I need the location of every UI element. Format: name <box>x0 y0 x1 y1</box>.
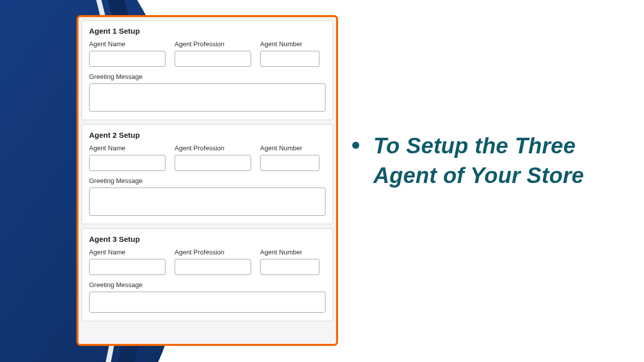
agent-2-name-label: Agent Name <box>89 144 166 152</box>
agent-3-title: Agent 3 Setup <box>89 235 326 243</box>
side-headline: To Setup the Three Agent of Your Store <box>352 131 639 191</box>
agent-3-number-input[interactable] <box>260 259 319 275</box>
side-bullet-text: To Setup the Three Agent of Your Store <box>352 131 639 191</box>
agent-3-name-label: Agent Name <box>89 248 166 256</box>
agent-1-profession-label: Agent Profession <box>175 40 251 48</box>
agent-2-profession-label: Agent Profession <box>175 144 251 152</box>
agent-2-number-input[interactable] <box>260 155 319 171</box>
agent-2-card: Agent 2 Setup Agent Name Agent Professio… <box>82 124 333 224</box>
agent-1-greeting-input[interactable] <box>89 83 326 112</box>
agent-1-name-input[interactable] <box>89 51 166 67</box>
agent-2-title: Agent 2 Setup <box>89 131 326 139</box>
agent-3-name-input[interactable] <box>89 259 166 275</box>
agent-2-number-label: Agent Number <box>260 144 319 152</box>
agent-3-greeting-label: Greeting Message <box>89 281 326 289</box>
agent-2-name-input[interactable] <box>89 155 166 171</box>
agent-1-number-label: Agent Number <box>260 40 319 48</box>
agent-3-greeting-input[interactable] <box>89 292 326 313</box>
agent-setup-panel: Agent 1 Setup Agent Name Agent Professio… <box>76 15 338 346</box>
agent-1-greeting-label: Greeting Message <box>89 73 326 80</box>
agent-2-greeting-label: Greeting Message <box>89 177 326 185</box>
agent-3-profession-label: Agent Profession <box>175 248 251 256</box>
agent-2-greeting-input[interactable] <box>89 188 326 216</box>
agent-2-profession-input[interactable] <box>175 155 251 171</box>
agent-3-card: Agent 3 Setup Agent Name Agent Professio… <box>82 228 333 321</box>
agent-1-title: Agent 1 Setup <box>89 27 326 35</box>
agent-1-number-input[interactable] <box>260 51 319 67</box>
agent-1-name-label: Agent Name <box>89 40 166 48</box>
agent-1-card: Agent 1 Setup Agent Name Agent Professio… <box>82 20 333 120</box>
agent-3-number-label: Agent Number <box>260 248 319 256</box>
agent-1-profession-input[interactable] <box>175 51 251 67</box>
agent-3-profession-input[interactable] <box>175 259 251 275</box>
